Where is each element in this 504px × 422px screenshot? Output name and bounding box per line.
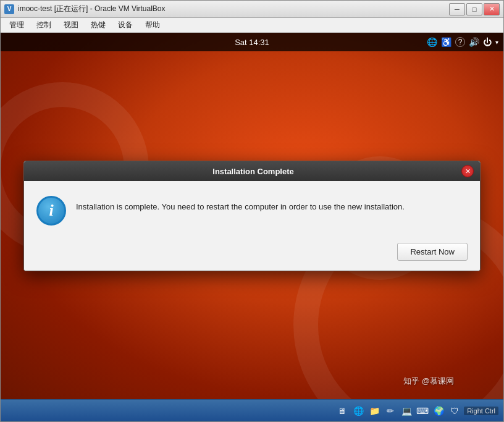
dialog-close-button[interactable]: ✕ xyxy=(461,165,474,177)
dialog-title: Installation Complete xyxy=(45,167,461,176)
maximize-button[interactable]: □ xyxy=(466,3,482,15)
restart-now-button[interactable]: Restart Now xyxy=(397,243,468,261)
close-button[interactable]: ✕ xyxy=(484,3,500,15)
dialog-titlebar: Installation Complete ✕ xyxy=(24,161,480,181)
menu-bar: 管理 控制 视图 热键 设备 帮助 xyxy=(1,18,503,33)
virtualbox-window: V imooc-test [正在运行] - Oracle VM VirtualB… xyxy=(0,0,504,422)
installation-complete-dialog: Installation Complete ✕ i Installation i… xyxy=(23,161,481,271)
taskbar-icon-6[interactable]: ⌨ xyxy=(416,404,429,418)
taskbar-icon-7[interactable]: 🌍 xyxy=(432,404,445,418)
taskbar-icon-2[interactable]: 🌐 xyxy=(351,404,365,418)
right-ctrl-label: Right Ctrl xyxy=(464,407,498,415)
window-title: imooc-test [正在运行] - Oracle VM VirtualBox xyxy=(18,4,449,14)
app-icon: V xyxy=(4,4,14,14)
dialog-overlay: Installation Complete ✕ i Installation i… xyxy=(1,33,503,399)
vm-display: Sat 14:31 🌐 ♿ ? 🔊 ⏻ ▾ Installation Compl… xyxy=(1,33,503,399)
dialog-body: i Installation is complete. You need to … xyxy=(24,181,480,238)
dialog-footer: Restart Now xyxy=(24,238,480,271)
menu-devices[interactable]: 设备 xyxy=(112,19,139,32)
dialog-message: Installation is complete. You need to re… xyxy=(76,196,468,213)
info-icon: i xyxy=(36,196,66,226)
minimize-button[interactable]: ─ xyxy=(449,3,465,15)
taskbar-icon-4[interactable]: ✏ xyxy=(384,404,397,418)
menu-view[interactable]: 视图 xyxy=(57,19,85,32)
taskbar-icon-5[interactable]: 💻 xyxy=(400,404,413,418)
vbox-taskbar: 🖥 🌐 📁 ✏ 💻 ⌨ 🌍 🛡 Right Ctrl xyxy=(1,399,503,421)
title-bar: V imooc-test [正在运行] - Oracle VM VirtualB… xyxy=(1,1,503,18)
taskbar-icon-1[interactable]: 🖥 xyxy=(335,404,349,418)
menu-manage[interactable]: 管理 xyxy=(3,19,30,32)
menu-control[interactable]: 控制 xyxy=(30,19,57,32)
ubuntu-desktop: Sat 14:31 🌐 ♿ ? 🔊 ⏻ ▾ Installation Compl… xyxy=(1,33,503,399)
menu-help[interactable]: 帮助 xyxy=(139,19,166,32)
menu-hotkey[interactable]: 热键 xyxy=(85,19,112,32)
taskbar-icon-3[interactable]: 📁 xyxy=(368,404,381,418)
window-controls: ─ □ ✕ xyxy=(449,3,500,15)
taskbar-icon-8[interactable]: 🛡 xyxy=(448,404,461,418)
